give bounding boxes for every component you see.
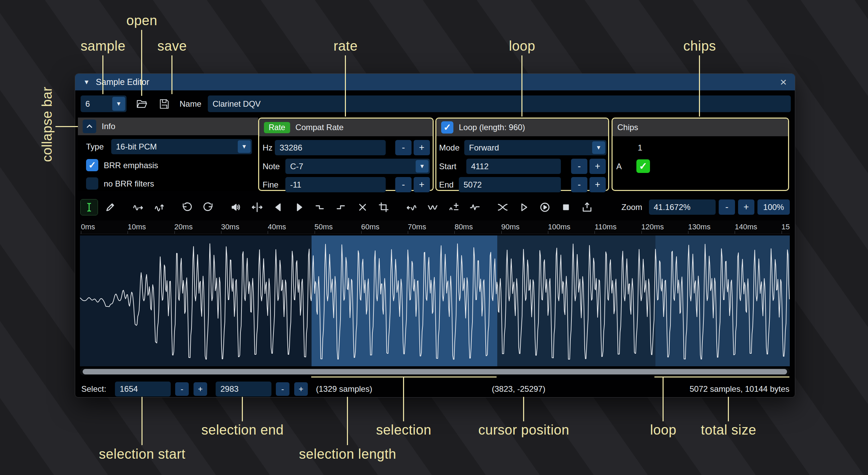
selection-end-increase-button[interactable]: + xyxy=(294,382,308,396)
collapse-bar-button[interactable] xyxy=(83,120,96,133)
selection-end-input[interactable]: 2983 xyxy=(216,382,271,397)
loop-start-input[interactable]: 4112 xyxy=(466,159,561,174)
no-brr-filters-label: no BRR filters xyxy=(104,176,154,191)
fine-increase-button[interactable]: + xyxy=(414,177,430,192)
save-sample-button[interactable] xyxy=(155,95,173,112)
sample-number-dropdown[interactable]: 6 ▼ xyxy=(81,95,127,112)
horizontal-scrollbar[interactable] xyxy=(80,368,790,375)
trim-icon xyxy=(378,201,389,213)
reverse-tool-button[interactable] xyxy=(403,199,420,215)
time-ruler[interactable]: 0ms10ms20ms30ms40ms50ms60ms70ms80ms90ms1… xyxy=(80,221,790,234)
fine-decrease-button[interactable]: - xyxy=(395,177,412,192)
brr-emphasis-checkbox[interactable]: ✓ xyxy=(86,159,98,171)
rate-panel: Rate Compat Rate Hz 33286 - + Note C-7 ▼… xyxy=(258,118,434,191)
ruler-tickmark xyxy=(361,231,362,234)
draw-tool-button[interactable] xyxy=(102,199,119,215)
window-collapse-icon[interactable]: ▼ xyxy=(83,78,90,86)
resize-tool-button[interactable] xyxy=(130,199,147,215)
zoom-out-button[interactable]: - xyxy=(719,199,735,215)
callout-line xyxy=(523,397,524,421)
info-panel-header: Info xyxy=(78,118,258,135)
annotation-total-size: total size xyxy=(701,422,756,438)
normalize-tool-button[interactable] xyxy=(249,199,266,215)
filter-tool-button[interactable] xyxy=(466,199,483,215)
loop-end-increase-button[interactable]: + xyxy=(589,177,606,192)
scrollbar-thumb[interactable] xyxy=(83,369,787,374)
invert-icon xyxy=(427,201,438,213)
selection-start-input[interactable]: 1654 xyxy=(115,382,171,397)
ruler-tickmark xyxy=(688,231,688,234)
selection-start-decrease-button[interactable]: - xyxy=(175,382,189,396)
open-sample-button[interactable] xyxy=(133,95,150,112)
close-button[interactable]: × xyxy=(778,74,789,90)
annotation-cursor-position: cursor position xyxy=(478,422,569,438)
crossfade-loop-tool-button[interactable] xyxy=(494,199,511,215)
hz-increase-button[interactable]: + xyxy=(414,140,430,155)
import-tool-button[interactable] xyxy=(579,199,596,215)
loop-start-decrease-button[interactable]: - xyxy=(571,159,587,174)
zoom-reset-button[interactable]: 100% xyxy=(757,199,790,215)
chevron-down-icon[interactable]: ▼ xyxy=(592,141,605,154)
loop-start-increase-button[interactable]: + xyxy=(589,159,606,174)
callout-line xyxy=(141,397,143,445)
amplify-icon xyxy=(230,201,242,213)
fade-out-tool-button[interactable] xyxy=(291,199,308,215)
invert-tool-button[interactable] xyxy=(424,199,441,215)
amplify-tool-button[interactable] xyxy=(228,199,245,215)
hz-decrease-button[interactable]: - xyxy=(395,140,412,155)
stop-tool-button[interactable] xyxy=(557,199,574,215)
delete-tool-button[interactable] xyxy=(354,199,371,215)
trim-tool-button[interactable] xyxy=(375,199,392,215)
hz-input[interactable]: 33286 xyxy=(275,140,386,155)
sign-tool-button[interactable] xyxy=(445,199,462,215)
chips-panel-header: Chips xyxy=(613,119,788,136)
resample-tool-button[interactable] xyxy=(151,199,168,215)
play-tool-button[interactable] xyxy=(536,199,553,215)
annotation-save: save xyxy=(157,38,187,54)
ruler-tickmark xyxy=(174,231,175,234)
sample-type-dropdown[interactable]: 16-bit PCM ▼ xyxy=(111,139,252,154)
chevron-down-icon[interactable]: ▼ xyxy=(112,97,125,111)
zoom-in-button[interactable]: + xyxy=(738,199,754,215)
callout-line xyxy=(102,55,103,94)
loop-end-input[interactable]: 5072 xyxy=(459,177,561,192)
apply-silence-tool-button[interactable] xyxy=(333,199,350,215)
edit-cursor-tool-button[interactable] xyxy=(81,199,98,215)
ruler-tick: 80ms xyxy=(454,223,473,231)
chip-enable-checkbox[interactable]: ✓ xyxy=(636,159,650,173)
callout-line xyxy=(55,126,78,127)
insert-silence-tool-button[interactable] xyxy=(312,199,329,215)
waveform-graphic xyxy=(80,235,790,366)
reverse-icon xyxy=(406,201,417,213)
selection-start-increase-button[interactable]: + xyxy=(194,382,207,396)
annotation-selection-length: selection length xyxy=(299,446,396,462)
no-brr-filters-checkbox[interactable] xyxy=(86,177,98,190)
chevron-down-icon[interactable]: ▼ xyxy=(238,140,251,153)
undo-tool-button[interactable] xyxy=(179,199,196,215)
sample-name-input[interactable]: Clarinet DQV xyxy=(208,95,791,112)
note-value: C-7 xyxy=(290,159,303,174)
loop-mode-dropdown[interactable]: Forward ▼ xyxy=(464,140,606,155)
waveform-display[interactable] xyxy=(80,235,790,366)
preview-tool-button[interactable] xyxy=(515,199,532,215)
annotation-selection-end: selection end xyxy=(201,422,284,438)
ruler-tick: 50ms xyxy=(315,223,333,231)
loop-end-decrease-button[interactable]: - xyxy=(571,177,587,192)
toolbar-group xyxy=(179,199,217,215)
fade-in-tool-button[interactable] xyxy=(270,199,287,215)
undo-icon xyxy=(181,201,193,213)
loop-enable-checkbox[interactable]: ✓ xyxy=(441,121,453,134)
ruler-tickmark xyxy=(641,231,642,234)
ruler-tick: 90ms xyxy=(501,223,520,231)
window-titlebar[interactable]: ▼ Sample Editor × xyxy=(75,74,795,90)
zoom-input[interactable]: 41.1672% xyxy=(649,199,716,215)
callout-line xyxy=(171,55,172,94)
note-dropdown[interactable]: C-7 ▼ xyxy=(285,159,430,174)
ruler-tick: 100ms xyxy=(548,223,570,231)
selection-end-decrease-button[interactable]: - xyxy=(276,382,289,396)
chevron-down-icon[interactable]: ▼ xyxy=(416,160,429,173)
fine-input[interactable]: -11 xyxy=(285,177,386,192)
redo-tool-button[interactable] xyxy=(200,199,217,215)
annotation-selection-start: selection start xyxy=(99,446,185,462)
toolbar-group xyxy=(130,199,168,215)
